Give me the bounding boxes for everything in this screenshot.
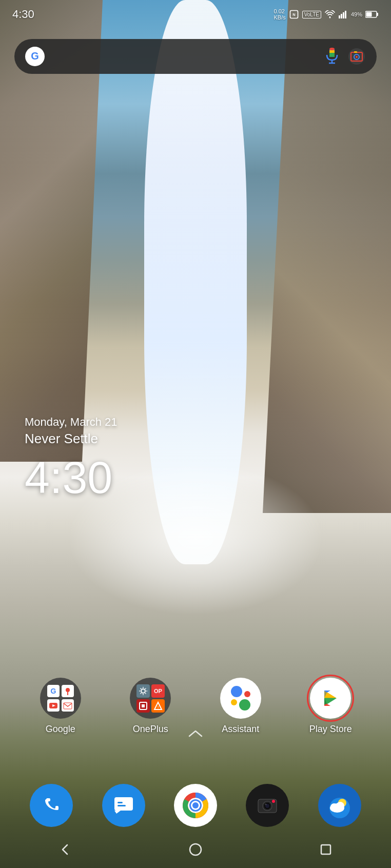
- svg-point-30: [141, 689, 145, 693]
- assistant-icon: [220, 678, 261, 719]
- dock: [0, 784, 391, 827]
- svg-point-23: [356, 56, 358, 58]
- svg-point-43: [192, 802, 199, 808]
- wallpaper-date-text: Monday, March 21: [25, 416, 118, 429]
- nav-bar: [0, 831, 391, 868]
- app-grid: G: [0, 678, 391, 735]
- mic-icon[interactable]: [322, 47, 342, 66]
- svg-rect-8: [377, 13, 378, 16]
- wallpaper-motto: Never Settle: [25, 431, 118, 447]
- weather-icon: [327, 793, 353, 818]
- svg-rect-29: [64, 703, 72, 709]
- app-google[interactable]: G: [32, 678, 89, 735]
- svg-rect-9: [366, 12, 372, 17]
- svg-rect-4: [341, 14, 342, 18]
- phone-icon: [41, 795, 62, 816]
- playstore-label: Play Store: [309, 724, 352, 735]
- google-lens-svg: [348, 48, 365, 65]
- svg-rect-36: [114, 797, 133, 811]
- google-folder-icon: G: [40, 678, 81, 719]
- assistant-label: Assistant: [222, 724, 259, 735]
- recents-button[interactable]: [310, 834, 341, 865]
- wifi-icon: [324, 10, 336, 18]
- back-button[interactable]: [50, 834, 81, 865]
- back-icon: [58, 842, 72, 857]
- status-bar: 4:30 0.02KB/s N VoLTE 49%: [0, 0, 391, 29]
- dock-weather[interactable]: [318, 784, 361, 827]
- svg-point-55: [336, 802, 344, 810]
- svg-point-50: [265, 804, 267, 805]
- dock-phone[interactable]: [30, 784, 73, 827]
- search-bar[interactable]: G G: [14, 39, 377, 74]
- chrome-icon: [182, 792, 209, 819]
- app-assistant[interactable]: Assistant: [212, 678, 269, 735]
- svg-rect-24: [354, 51, 357, 53]
- svg-text:OP: OP: [154, 688, 162, 694]
- volte-icon: VoLTE: [302, 11, 321, 18]
- wallpaper-clock: 4:30: [25, 455, 118, 500]
- home-icon: [188, 842, 203, 857]
- svg-rect-6: [345, 11, 346, 18]
- svg-point-26: [66, 688, 70, 692]
- wallpaper-date: Monday, March 21 Never Settle 4:30: [25, 416, 118, 500]
- dock-messages[interactable]: [102, 784, 145, 827]
- app-playstore[interactable]: Play Store: [302, 678, 359, 735]
- microphone-svg: [325, 48, 339, 65]
- home-button[interactable]: [180, 834, 211, 865]
- dock-chrome[interactable]: [174, 784, 217, 827]
- status-icons: 0.02KB/s N VoLTE 49%: [273, 8, 379, 21]
- svg-rect-38: [118, 805, 126, 806]
- svg-rect-17: [329, 48, 335, 50]
- signal-icon: [339, 10, 348, 18]
- playstore-svg: [318, 685, 343, 711]
- svg-text:N: N: [292, 12, 295, 17]
- camera-icon: [256, 794, 279, 817]
- network-speed: 0.02KB/s: [273, 8, 285, 21]
- cliff-right: [263, 0, 391, 513]
- svg-rect-33: [142, 704, 145, 707]
- nfc-icon: N: [289, 9, 299, 19]
- app-oneplus[interactable]: OP ! OnePlus: [122, 678, 179, 735]
- svg-rect-3: [339, 15, 340, 18]
- battery-icon: [365, 10, 379, 18]
- svg-rect-5: [343, 12, 344, 18]
- svg-rect-37: [118, 802, 123, 803]
- svg-rect-18: [329, 50, 335, 53]
- svg-point-49: [272, 800, 275, 803]
- google-g-icon: G: [25, 46, 45, 67]
- recents-icon: [319, 842, 333, 857]
- svg-rect-57: [321, 845, 330, 854]
- google-label: Google: [46, 724, 75, 735]
- svg-text:!: !: [158, 705, 159, 709]
- lens-icon[interactable]: [347, 47, 366, 66]
- svg-rect-19: [329, 53, 335, 57]
- oneplus-label: OnePlus: [133, 724, 168, 735]
- svg-point-56: [190, 844, 201, 855]
- svg-text:G: G: [50, 687, 56, 695]
- battery-percent: 49%: [351, 11, 362, 17]
- oneplus-folder-icon: OP !: [130, 678, 171, 719]
- status-time: 4:30: [12, 8, 34, 21]
- svg-point-2: [329, 17, 331, 18]
- playstore-icon: [310, 678, 351, 719]
- drawer-chevron-icon: [185, 728, 206, 740]
- messages-icon: [112, 795, 135, 816]
- app-drawer-arrow[interactable]: [185, 728, 206, 742]
- dock-camera[interactable]: [246, 784, 289, 827]
